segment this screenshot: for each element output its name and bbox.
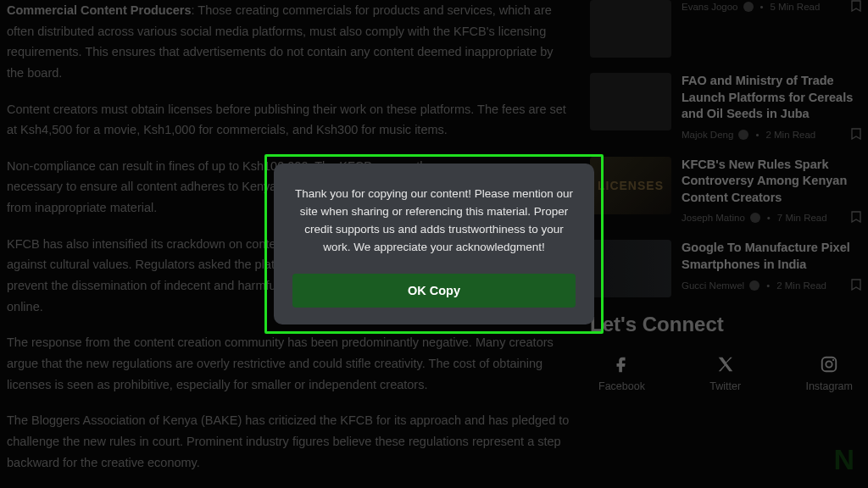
modal-overlay[interactable]: Thank you for copying our content! Pleas…	[0, 0, 868, 488]
ok-copy-button[interactable]: OK Copy	[292, 274, 576, 308]
copy-credit-modal: Thank you for copying our content! Pleas…	[274, 164, 594, 324]
modal-message: Thank you for copying our content! Pleas…	[292, 186, 576, 257]
modal-highlight-border: Thank you for copying our content! Pleas…	[264, 154, 604, 334]
